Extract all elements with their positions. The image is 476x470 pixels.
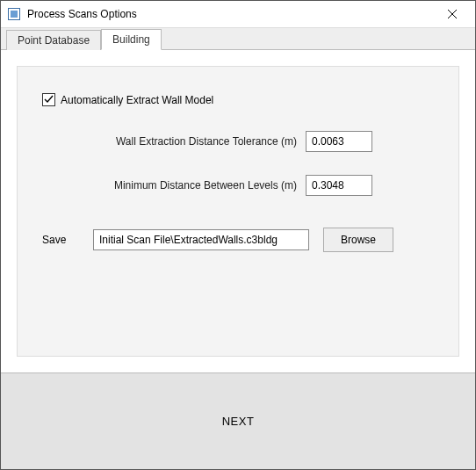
next-label: NEXT: [222, 415, 255, 428]
auto-extract-checkbox[interactable]: [42, 93, 55, 106]
min-dist-row: Minimum Distance Between Levels (m): [42, 175, 434, 196]
save-label: Save: [42, 234, 93, 246]
next-button[interactable]: NEXT: [205, 408, 272, 435]
tolerance-row: Wall Extraction Distance Tolerance (m): [42, 131, 434, 152]
close-icon: [447, 9, 458, 19]
min-dist-label: Minimum Distance Between Levels (m): [42, 179, 306, 192]
tabpanel-building: Automatically Extract Wall Model Wall Ex…: [1, 50, 475, 372]
tolerance-input[interactable]: [306, 131, 372, 152]
window-title: Process Scans Options: [27, 8, 435, 20]
browse-button[interactable]: Browse: [323, 228, 393, 252]
tab-point-database[interactable]: Point Database: [6, 30, 101, 50]
close-button[interactable]: [435, 2, 470, 26]
dialog-process-scans-options: Process Scans Options Point Database Bui…: [0, 0, 476, 470]
save-path-input[interactable]: [93, 229, 309, 250]
min-dist-input[interactable]: [306, 175, 372, 196]
auto-extract-label: Automatically Extract Wall Model: [61, 94, 213, 106]
footer: NEXT: [1, 372, 475, 469]
tab-label: Point Database: [18, 34, 90, 47]
browse-label: Browse: [341, 234, 376, 246]
tab-building[interactable]: Building: [101, 29, 162, 50]
save-row: Save Browse: [42, 228, 434, 252]
auto-extract-row: Automatically Extract Wall Model: [42, 93, 434, 106]
app-icon: [8, 8, 20, 20]
check-icon: [44, 95, 54, 105]
tolerance-label: Wall Extraction Distance Tolerance (m): [42, 135, 306, 148]
tabstrip: Point Database Building: [1, 27, 475, 50]
tab-label: Building: [112, 33, 150, 46]
titlebar: Process Scans Options: [1, 1, 475, 27]
building-options-group: Automatically Extract Wall Model Wall Ex…: [17, 66, 459, 357]
